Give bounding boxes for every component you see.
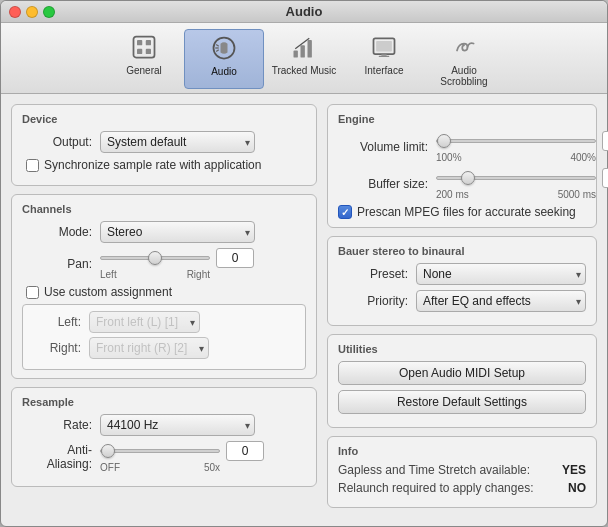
buffer-slider-row bbox=[436, 168, 608, 188]
interface-icon bbox=[368, 31, 400, 63]
volume-value[interactable] bbox=[602, 131, 608, 151]
antialias-label: Anti-Aliasing: bbox=[22, 443, 92, 471]
prescan-label: Prescan MPEG files for accurate seeking bbox=[357, 205, 576, 219]
tab-general-label: General bbox=[126, 65, 162, 76]
mode-select[interactable]: StereoMono bbox=[100, 221, 255, 243]
output-row: Output: System default bbox=[22, 131, 306, 153]
volume-label: Volume limit: bbox=[338, 140, 428, 154]
defaults-button[interactable]: Restore Default Settings bbox=[338, 390, 586, 414]
tab-scrobbling-label: Audio Scrobbling bbox=[428, 65, 500, 87]
antialias-slider-container: OFF 50x bbox=[100, 441, 264, 473]
buffer-max-label: 5000 ms bbox=[558, 189, 596, 200]
general-icon bbox=[128, 31, 160, 63]
pan-right-label: Right bbox=[187, 269, 210, 280]
toolbar: General Audio bbox=[1, 23, 607, 94]
volume-min-label: 100% bbox=[436, 152, 462, 163]
right-select[interactable]: Front right (R) [2] bbox=[89, 337, 209, 359]
svg-rect-3 bbox=[137, 49, 142, 54]
buffer-slider[interactable] bbox=[436, 176, 596, 180]
buffer-min-label: 200 ms bbox=[436, 189, 469, 200]
sync-row: Synchronize sample rate with application bbox=[26, 158, 306, 172]
left-panel: Device Output: System default Synchroniz… bbox=[11, 104, 317, 516]
pan-slider[interactable] bbox=[100, 256, 210, 260]
output-select[interactable]: System default bbox=[100, 131, 255, 153]
minimize-button[interactable] bbox=[26, 6, 38, 18]
utilities-section: Utilities Open Audio MIDI Setup Restore … bbox=[327, 334, 597, 428]
svg-rect-11 bbox=[308, 40, 312, 58]
output-select-wrap[interactable]: System default bbox=[100, 131, 255, 153]
right-select-wrap[interactable]: Front right (R) [2] bbox=[89, 337, 209, 359]
mode-row: Mode: StereoMono bbox=[22, 221, 306, 243]
svg-rect-14 bbox=[381, 54, 386, 56]
buffer-label: Buffer size: bbox=[338, 177, 428, 191]
buffer-row: Buffer size: 200 ms 5000 ms bbox=[338, 168, 586, 200]
sync-label: Synchronize sample rate with application bbox=[44, 158, 261, 172]
tab-general[interactable]: General bbox=[104, 29, 184, 89]
tab-audio-scrobbling[interactable]: Audio Scrobbling bbox=[424, 29, 504, 89]
antialias-max-label: 50x bbox=[204, 462, 220, 473]
priority-select-wrap[interactable]: After EQ and effects bbox=[416, 290, 586, 312]
priority-select[interactable]: After EQ and effects bbox=[416, 290, 586, 312]
gapless-label: Gapless and Time Stretch available: bbox=[338, 463, 530, 477]
midi-button[interactable]: Open Audio MIDI Setup bbox=[338, 361, 586, 385]
bauer-title: Bauer stereo to binaural bbox=[338, 245, 586, 257]
left-assign-row: Left: Front left (L) [1] bbox=[31, 311, 297, 333]
volume-slider-row bbox=[436, 131, 608, 151]
close-button[interactable] bbox=[9, 6, 21, 18]
left-select[interactable]: Front left (L) [1] bbox=[89, 311, 200, 333]
custom-row: Use custom assignment bbox=[26, 285, 306, 299]
preset-select[interactable]: None bbox=[416, 263, 586, 285]
sync-checkbox[interactable] bbox=[26, 159, 39, 172]
svg-line-8 bbox=[216, 50, 219, 52]
volume-max-label: 400% bbox=[570, 152, 596, 163]
svg-rect-0 bbox=[134, 37, 155, 58]
antialias-row: Anti-Aliasing: OFF 50x bbox=[22, 441, 306, 473]
pan-value[interactable] bbox=[216, 248, 254, 268]
antialias-slider-row bbox=[100, 441, 264, 461]
mode-select-wrap[interactable]: StereoMono bbox=[100, 221, 255, 243]
tab-audio-label: Audio bbox=[211, 66, 237, 77]
custom-label: Use custom assignment bbox=[44, 285, 172, 299]
svg-line-6 bbox=[216, 45, 219, 47]
svg-rect-15 bbox=[379, 56, 390, 57]
preset-row: Preset: None bbox=[338, 263, 586, 285]
scrobbling-icon bbox=[448, 31, 480, 63]
relaunch-row: Relaunch required to apply changes: NO bbox=[338, 481, 586, 495]
tab-audio[interactable]: Audio bbox=[184, 29, 264, 89]
bauer-section: Bauer stereo to binaural Preset: None Pr… bbox=[327, 236, 597, 326]
maximize-button[interactable] bbox=[43, 6, 55, 18]
volume-labels: 100% 400% bbox=[436, 152, 596, 163]
svg-rect-2 bbox=[146, 40, 151, 45]
engine-title: Engine bbox=[338, 113, 586, 125]
tab-interface[interactable]: Interface bbox=[344, 29, 424, 89]
info-section: Info Gapless and Time Stretch available:… bbox=[327, 436, 597, 508]
custom-checkbox[interactable] bbox=[26, 286, 39, 299]
svg-rect-1 bbox=[137, 40, 142, 45]
svg-rect-9 bbox=[294, 51, 298, 58]
resample-title: Resample bbox=[22, 396, 306, 408]
volume-slider[interactable] bbox=[436, 139, 596, 143]
pan-slider-row bbox=[100, 248, 254, 268]
prescan-checkbox[interactable] bbox=[338, 205, 352, 219]
buffer-value[interactable] bbox=[602, 168, 608, 188]
preset-select-wrap[interactable]: None bbox=[416, 263, 586, 285]
titlebar: Audio bbox=[1, 1, 607, 23]
svg-rect-4 bbox=[146, 49, 151, 54]
rate-select-wrap[interactable]: 44100 Hz48000 Hz96000 Hz bbox=[100, 414, 255, 436]
preset-label: Preset: bbox=[338, 267, 408, 281]
priority-row: Priority: After EQ and effects bbox=[338, 290, 586, 312]
main-window: Audio General bbox=[0, 0, 608, 527]
mode-label: Mode: bbox=[22, 225, 92, 239]
antialias-value[interactable] bbox=[226, 441, 264, 461]
engine-section: Engine Volume limit: 100% 400% bbox=[327, 104, 597, 228]
right-assign-row: Right: Front right (R) [2] bbox=[31, 337, 297, 359]
left-select-wrap[interactable]: Front left (L) [1] bbox=[89, 311, 200, 333]
tab-interface-label: Interface bbox=[365, 65, 404, 76]
rate-select[interactable]: 44100 Hz48000 Hz96000 Hz bbox=[100, 414, 255, 436]
resample-section: Resample Rate: 44100 Hz48000 Hz96000 Hz … bbox=[11, 387, 317, 487]
output-label: Output: bbox=[22, 135, 92, 149]
antialias-slider[interactable] bbox=[100, 449, 220, 453]
tab-tracked-music[interactable]: Tracked Music bbox=[264, 29, 344, 89]
antialias-labels: OFF 50x bbox=[100, 462, 220, 473]
gapless-value: YES bbox=[562, 463, 586, 477]
